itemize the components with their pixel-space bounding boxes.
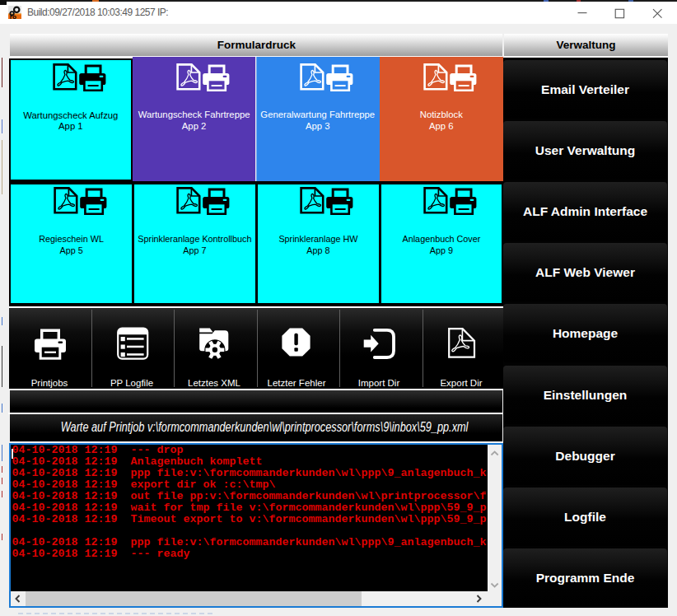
- svg-text:ro: ro: [10, 13, 16, 19]
